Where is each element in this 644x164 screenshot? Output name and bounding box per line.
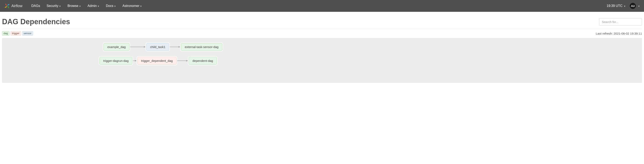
search-input[interactable] (599, 18, 642, 25)
page-header: DAG Dependencies (2, 14, 642, 29)
legend-dag: dag (2, 31, 9, 36)
nav-item-docs[interactable]: Docs ▼ (103, 0, 119, 12)
node-label: child_task1 (150, 45, 166, 49)
node-label: example_dag (107, 45, 126, 49)
navbar-brand[interactable]: Airflow (4, 3, 22, 9)
nav-item-astronomer[interactable]: Astronomer ▼ (119, 0, 145, 12)
nav-item-label: Docs (106, 4, 113, 8)
clock[interactable]: 19:39 UTC ▼ (607, 4, 626, 8)
caret-down-icon: ▼ (624, 5, 626, 7)
graph-area[interactable]: example_dag child_task1 external-task-se… (2, 38, 642, 83)
graph-node-trigger-dagrun-dag[interactable]: trigger-dagrun-dag (100, 57, 132, 65)
nav-item-dags[interactable]: DAGs (28, 0, 44, 12)
node-label: external-task-sensor-dag (185, 45, 218, 49)
node-label: dependent-dag (192, 59, 213, 62)
graph-node-trigger-dependent-dag[interactable]: trigger_dependent_dag (137, 57, 176, 65)
caret-down-icon: ▼ (97, 5, 100, 7)
graph-edges (2, 38, 642, 83)
nav-item-label: Admin (88, 4, 97, 8)
caret-down-icon: ▼ (59, 5, 61, 7)
legend-sensor: sensor (22, 31, 33, 36)
legend-trigger: trigger (10, 31, 21, 36)
graph-node-dependent-dag[interactable]: dependent-dag (188, 57, 217, 65)
nav-item-label: DAGs (31, 4, 40, 8)
airflow-logo-icon (4, 3, 10, 9)
graph-node-example-dag[interactable]: example_dag (104, 43, 130, 51)
nav-item-label: Security (47, 4, 58, 8)
caret-down-icon: ▼ (114, 5, 116, 7)
nav-item-security[interactable]: Security ▼ (44, 0, 64, 12)
avatar-initials: AU (631, 4, 635, 7)
nav-item-browse[interactable]: Browse ▼ (64, 0, 84, 12)
node-label: trigger-dagrun-dag (103, 59, 128, 62)
caret-down-icon: ▼ (140, 5, 142, 7)
page: DAG Dependencies dag trigger sensor Last… (0, 12, 644, 85)
caret-down-icon: ▼ (79, 5, 81, 7)
clock-text: 19:39 UTC (607, 4, 622, 8)
user-menu[interactable]: AU ▼ (630, 3, 640, 9)
legend: dag trigger sensor (2, 31, 33, 36)
page-title: DAG Dependencies (2, 17, 70, 26)
nav-item-label: Astronomer (122, 4, 139, 8)
nav-items: DAGs Security ▼ Browse ▼ Admin ▼ Docs ▼ … (28, 0, 145, 12)
node-label: trigger_dependent_dag (141, 59, 173, 62)
nav-item-admin[interactable]: Admin ▼ (84, 0, 103, 12)
caret-down-icon: ▼ (638, 5, 640, 7)
graph-node-child-task1[interactable]: child_task1 (146, 43, 169, 51)
avatar: AU (630, 3, 636, 9)
graph-node-external-task-sensor-dag[interactable]: external-task-sensor-dag (181, 43, 222, 51)
nav-item-label: Browse (68, 4, 78, 8)
meta-row: dag trigger sensor Last refresh: 2021-06… (2, 29, 642, 38)
last-refresh: Last refresh: 2021-06-02 19:39:11 (596, 32, 642, 35)
navbar: Airflow DAGs Security ▼ Browse ▼ Admin ▼… (0, 0, 644, 12)
navbar-brand-text: Airflow (12, 4, 22, 8)
